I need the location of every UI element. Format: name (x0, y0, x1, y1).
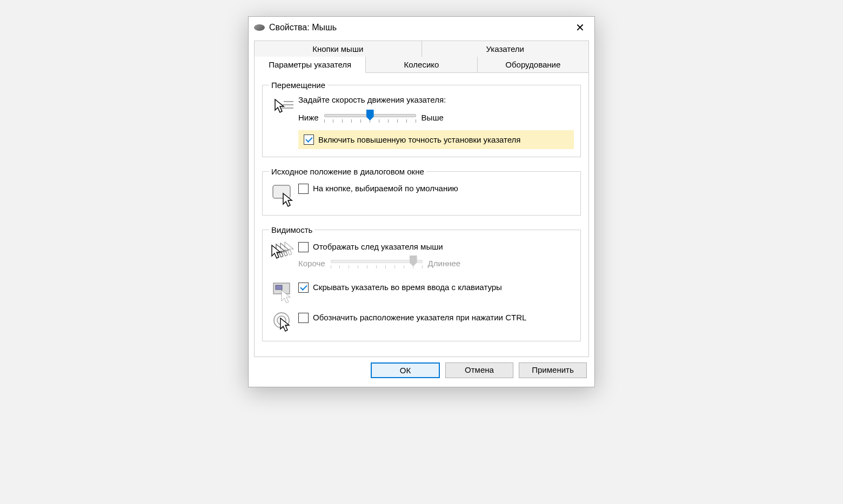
titlebar: Свойства: Мышь ✕ (249, 17, 594, 37)
snap-to-label: На кнопке, выбираемой по умолчанию (313, 184, 458, 194)
svg-rect-5 (276, 285, 282, 290)
tab-mouse-buttons[interactable]: Кнопки мыши (254, 41, 422, 57)
trails-icon (269, 240, 298, 260)
tab-pointers[interactable]: Указатели (422, 41, 590, 57)
motion-legend: Перемещение (269, 80, 327, 90)
dialog-buttons: ОК Отмена Применить (249, 362, 594, 387)
tab-content: Перемещение Задайте скорость движения ук… (254, 73, 589, 357)
ok-button[interactable]: ОК (371, 362, 440, 378)
hide-typing-icon (269, 280, 298, 303)
section-snap-to: Исходное положение в диалоговом окне На … (262, 167, 581, 216)
close-button[interactable]: ✕ (571, 21, 589, 34)
mouse-properties-dialog: Свойства: Мышь ✕ Кнопки мыши Указатели П… (248, 16, 595, 387)
snap-to-icon (269, 182, 298, 207)
trails-low-label: Короче (298, 259, 325, 268)
mouse-icon (254, 24, 265, 31)
window-title: Свойства: Мышь (269, 23, 571, 32)
enhance-precision-row: Включить повышенную точность установки у… (298, 130, 574, 149)
ctrl-locate-label: Обозначить расположение указателя при на… (313, 313, 526, 323)
hide-typing-label: Скрывать указатель во время ввода с клав… (313, 283, 502, 293)
section-visibility: Видимость Отображать след указателя мыши (262, 225, 581, 341)
tab-wheel[interactable]: Колесико (366, 57, 477, 73)
trails-high-label: Длиннее (428, 259, 461, 268)
speed-high-label: Выше (422, 113, 444, 122)
tab-pointer-options[interactable]: Параметры указателя (254, 57, 366, 73)
tabs-row-2: Параметры указателя Колесико Оборудовани… (254, 57, 589, 73)
speed-low-label: Ниже (298, 113, 319, 122)
enhance-precision-label: Включить повышенную точность установки у… (318, 135, 521, 144)
trails-length-slider (331, 256, 423, 271)
tabs-row-1: Кнопки мыши Указатели (254, 41, 589, 57)
visibility-legend: Видимость (269, 225, 315, 234)
enhance-precision-checkbox[interactable] (304, 135, 314, 145)
ctrl-locate-icon (269, 311, 298, 333)
trails-checkbox[interactable] (298, 242, 309, 252)
snap-to-checkbox[interactable] (298, 184, 309, 194)
cancel-button[interactable]: Отмена (445, 362, 513, 378)
tab-hardware[interactable]: Оборудование (478, 57, 589, 73)
motion-prompt: Задайте скорость движения указателя: (298, 95, 574, 104)
snap-legend: Исходное положение в диалоговом окне (269, 167, 426, 176)
trails-label: Отображать след указателя мыши (313, 242, 443, 252)
ctrl-locate-checkbox[interactable] (298, 313, 309, 323)
pointer-speed-slider[interactable] (324, 110, 416, 125)
motion-cursor-icon (269, 95, 298, 116)
apply-button[interactable]: Применить (519, 362, 587, 378)
hide-typing-checkbox[interactable] (298, 283, 309, 293)
svg-rect-3 (273, 185, 290, 198)
section-motion: Перемещение Задайте скорость движения ук… (262, 80, 581, 157)
